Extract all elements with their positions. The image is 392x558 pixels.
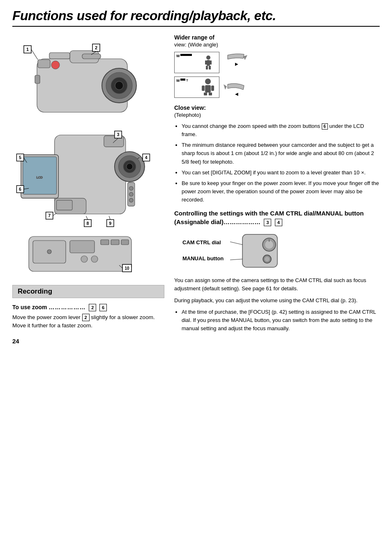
cam-ctrl-labels: CAM CTRL dial MANUAL button	[182, 239, 224, 262]
svg-point-61	[47, 250, 51, 254]
camera-top-svg: 1 2	[12, 34, 152, 125]
zoom-indicator-w-wide: W	[176, 54, 180, 58]
bullet-list: You cannot change the zoom speed with th…	[182, 122, 380, 204]
svg-text:LCD: LCD	[36, 176, 43, 179]
ctrl-heading: Controlling the settings with the CAM CT…	[174, 209, 380, 226]
zoom-body: Move the power zoom lever 2 slightly for…	[12, 313, 164, 330]
svg-point-4	[115, 81, 123, 90]
close-view-title: Close view:	[174, 104, 380, 111]
page-number: 24	[12, 338, 164, 345]
svg-rect-76	[211, 86, 214, 91]
ctrl-bullet-item: At the time of purchase, the [FOCUS] (p.…	[182, 308, 380, 333]
camera-bottom-svg: 10	[21, 232, 144, 282]
svg-rect-6	[38, 60, 50, 68]
svg-text:4: 4	[145, 155, 148, 160]
svg-text:6: 6	[19, 187, 21, 192]
svg-rect-56	[101, 240, 109, 245]
svg-point-30	[129, 198, 133, 202]
svg-rect-7	[35, 75, 40, 83]
bullet-item-2: The minimum distance required between yo…	[182, 141, 380, 166]
wider-range-sub: view: (Wide angle)	[174, 42, 380, 48]
close-view-sub: (Telephoto)	[174, 112, 380, 118]
svg-text:3: 3	[117, 132, 120, 137]
svg-rect-75	[202, 86, 205, 91]
svg-rect-69	[205, 60, 207, 65]
svg-text:◀: ◀	[235, 92, 238, 96]
ctrl-bullet-list: At the time of purchase, the [FOCUS] (p.…	[182, 308, 380, 333]
ctrl-body-2: During playback, you can adjust the volu…	[174, 296, 380, 305]
lever-tele-svg: ◀	[224, 78, 248, 99]
svg-text:10: 10	[125, 266, 129, 271]
zoom-section: To use zoom ……………… 2 6 Move the power zo…	[12, 303, 164, 330]
svg-point-28	[129, 186, 133, 190]
svg-point-84	[265, 257, 270, 262]
right-column: Wider range of view: (Wide angle) W	[174, 34, 380, 345]
svg-point-60	[91, 256, 98, 262]
arrow-tele: ◀	[224, 78, 248, 99]
lever-wide-svg: ▶	[224, 51, 248, 72]
svg-point-29	[129, 192, 133, 197]
cam-ctrl-dial-label: CAM CTRL dial	[182, 239, 224, 246]
ctrl-badge-3: 3	[264, 219, 271, 226]
ctrl-section: Controlling the settings with the CAM CT…	[174, 209, 380, 333]
zoom-screen-tele: W T	[174, 76, 219, 98]
svg-rect-57	[111, 240, 119, 245]
svg-text:8: 8	[87, 221, 89, 226]
svg-line-13	[31, 49, 38, 60]
svg-rect-8	[49, 53, 70, 59]
person-wide-svg	[204, 56, 213, 70]
badge-6-inline: 6	[322, 123, 328, 130]
manual-button-label: MANUAL button	[182, 255, 224, 262]
camera-middle-diagram: LCD 3 4	[12, 127, 164, 230]
zoom-indicator-w-tele: W	[176, 79, 180, 83]
zoom-arrows: ▶ ◀	[224, 51, 248, 99]
page-title: Functions used for recording/playback, e…	[12, 8, 380, 27]
svg-rect-74	[209, 93, 212, 95]
zoom-diagram: W W T	[174, 51, 380, 99]
svg-line-85	[230, 242, 242, 245]
bullet-item-1: You cannot change the zoom speed with th…	[182, 122, 380, 139]
wider-range-title: Wider range of	[174, 34, 380, 41]
svg-line-52	[109, 216, 110, 220]
svg-text:5: 5	[19, 155, 21, 160]
badge-6: 6	[99, 304, 107, 311]
recording-section-header: Recording	[12, 285, 164, 298]
svg-line-49	[86, 216, 88, 220]
left-column: 1 2	[12, 34, 164, 345]
svg-line-46	[53, 213, 57, 216]
svg-rect-31	[57, 200, 72, 210]
svg-rect-55	[70, 241, 95, 253]
zoom-screens: W W T	[174, 52, 219, 98]
svg-point-21	[127, 163, 133, 169]
svg-text:7: 7	[48, 213, 51, 218]
camera-top-diagram: 1 2	[12, 34, 164, 125]
camera-bottom-diagram: 10	[12, 232, 164, 282]
arrow-wide: ▶	[224, 51, 248, 72]
cam-ctrl-diagram: CAM CTRL dial MANUAL button	[182, 230, 380, 271]
ctrl-body-1: You can assign some of the camera settin…	[174, 276, 380, 293]
svg-rect-72	[205, 85, 211, 93]
svg-rect-70	[210, 60, 212, 65]
svg-rect-67	[206, 66, 208, 69]
svg-rect-66	[207, 60, 210, 66]
svg-point-71	[205, 79, 211, 84]
zoom-title: To use zoom ……………… 2 6	[12, 303, 164, 312]
svg-rect-58	[121, 240, 129, 245]
svg-text:9: 9	[109, 221, 111, 226]
bullet-item-4: Be sure to keep your finger on the power…	[182, 179, 380, 204]
ctrl-badge-4: 4	[275, 219, 282, 226]
svg-rect-68	[209, 66, 211, 69]
cam-ctrl-svg	[230, 230, 284, 271]
camera-middle-svg: LCD 3 4	[12, 127, 152, 230]
badge-2-inline: 2	[82, 314, 90, 321]
person-tele-svg	[200, 79, 216, 96]
badge-2: 2	[89, 304, 96, 311]
svg-rect-73	[204, 93, 207, 95]
svg-point-59	[81, 256, 88, 262]
zoom-screen-wide: W	[174, 52, 219, 73]
svg-line-86	[230, 259, 242, 260]
svg-text:▶: ▶	[235, 62, 238, 66]
bullet-item-3: You can set [DIGITAL ZOOM] if you want t…	[182, 169, 380, 177]
svg-text:2: 2	[95, 45, 97, 50]
svg-text:1: 1	[26, 47, 29, 52]
